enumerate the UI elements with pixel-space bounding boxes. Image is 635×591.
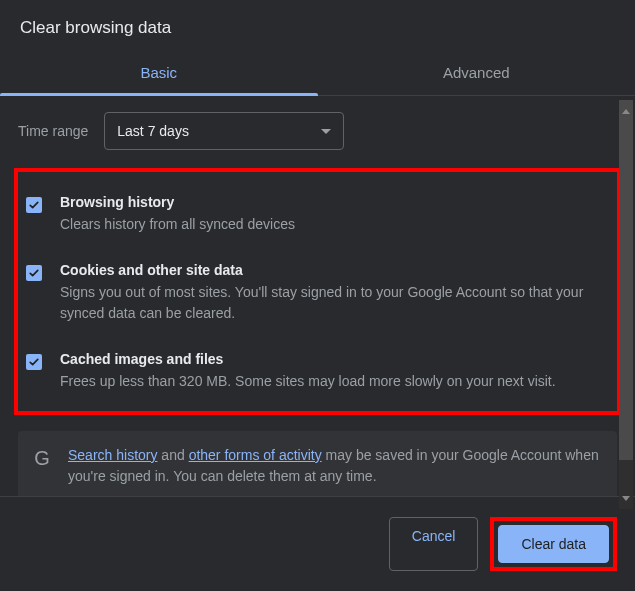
option-desc: Signs you out of most sites. You'll stay… (60, 282, 601, 325)
option-cache[interactable]: Cached images and files Frees up less th… (22, 343, 609, 397)
cancel-button[interactable]: Cancel (389, 517, 479, 571)
checkbox-cookies[interactable] (26, 265, 42, 281)
info-text: Search history and other forms of activi… (68, 445, 601, 488)
option-desc: Frees up less than 320 MB. Some sites ma… (60, 371, 601, 393)
chevron-down-icon (622, 496, 630, 501)
option-title: Cached images and files (60, 351, 601, 367)
search-history-link[interactable]: Search history (68, 447, 157, 463)
option-desc: Clears history from all synced devices (60, 214, 601, 236)
dialog-body: Time range Last 7 days Browsing history … (0, 96, 635, 496)
tab-basic[interactable]: Basic (0, 52, 318, 95)
tab-label: Advanced (443, 64, 510, 81)
checkbox-browsing-history[interactable] (26, 197, 42, 213)
tab-label: Basic (140, 64, 177, 81)
check-icon (28, 267, 40, 279)
option-title: Cookies and other site data (60, 262, 601, 278)
option-cookies[interactable]: Cookies and other site data Signs you ou… (22, 254, 609, 343)
clear-browsing-data-dialog: Clear browsing data Basic Advanced Time … (0, 0, 635, 591)
chevron-up-icon (622, 109, 630, 114)
check-icon (28, 356, 40, 368)
dialog-title: Clear browsing data (0, 0, 635, 52)
tab-advanced[interactable]: Advanced (318, 52, 636, 95)
time-range-select[interactable]: Last 7 days (104, 112, 344, 150)
scrollbar-thumb[interactable] (619, 100, 633, 460)
clear-data-highlight: Clear data (490, 517, 617, 571)
dialog-footer: Cancel Clear data (0, 496, 635, 591)
scroll-up-button[interactable] (619, 104, 633, 118)
time-range-value: Last 7 days (117, 123, 189, 139)
other-activity-link[interactable]: other forms of activity (189, 447, 322, 463)
chevron-down-icon (321, 129, 331, 134)
option-title: Browsing history (60, 194, 601, 210)
time-range-label: Time range (18, 123, 88, 139)
scroll-down-button[interactable] (619, 491, 633, 505)
checkbox-cache[interactable] (26, 354, 42, 370)
google-logo-icon: G (30, 445, 54, 488)
clear-data-button[interactable]: Clear data (498, 525, 609, 563)
check-icon (28, 199, 40, 211)
options-highlight: Browsing history Clears history from all… (14, 168, 621, 415)
tabs: Basic Advanced (0, 52, 635, 96)
google-account-info: G Search history and other forms of acti… (18, 431, 617, 496)
option-browsing-history[interactable]: Browsing history Clears history from all… (22, 186, 609, 254)
time-range-row: Time range Last 7 days (18, 112, 617, 150)
